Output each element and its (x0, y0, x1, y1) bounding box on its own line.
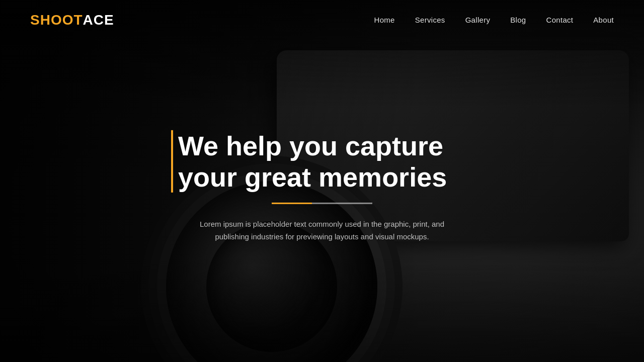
hero-content: We help you capture your great memories … (171, 130, 473, 243)
hero-title: We help you capture your great memories (171, 130, 473, 193)
hero-section: SHOOTACE Home Services Gallery Blog Cont… (0, 0, 644, 362)
hero-divider (272, 203, 372, 204)
nav-item-about: About (593, 16, 614, 25)
divider-orange (272, 203, 312, 204)
nav-link-blog[interactable]: Blog (510, 16, 526, 24)
logo-ace: ACE (83, 12, 114, 28)
nav-link-about[interactable]: About (593, 16, 614, 24)
hero-title-line2: your great memories (178, 162, 447, 192)
divider-white (312, 203, 372, 204)
nav-link-services[interactable]: Services (415, 16, 445, 24)
nav-item-home: Home (374, 16, 395, 25)
nav-link-home[interactable]: Home (374, 16, 395, 24)
hero-description: Lorem ipsum is placeholder text commonly… (191, 218, 453, 243)
nav-item-gallery: Gallery (465, 16, 491, 25)
logo[interactable]: SHOOTACE (30, 12, 114, 28)
hero-title-line1: We help you capture (178, 131, 443, 161)
nav-links: Home Services Gallery Blog Contact About (374, 16, 614, 25)
nav-link-gallery[interactable]: Gallery (465, 16, 491, 24)
nav-item-blog: Blog (510, 16, 526, 25)
nav-item-services: Services (415, 16, 445, 25)
nav-link-contact[interactable]: Contact (546, 16, 574, 24)
logo-shoot: SHOOT (30, 12, 83, 28)
navbar: SHOOTACE Home Services Gallery Blog Cont… (0, 0, 644, 40)
nav-item-contact: Contact (546, 16, 574, 25)
